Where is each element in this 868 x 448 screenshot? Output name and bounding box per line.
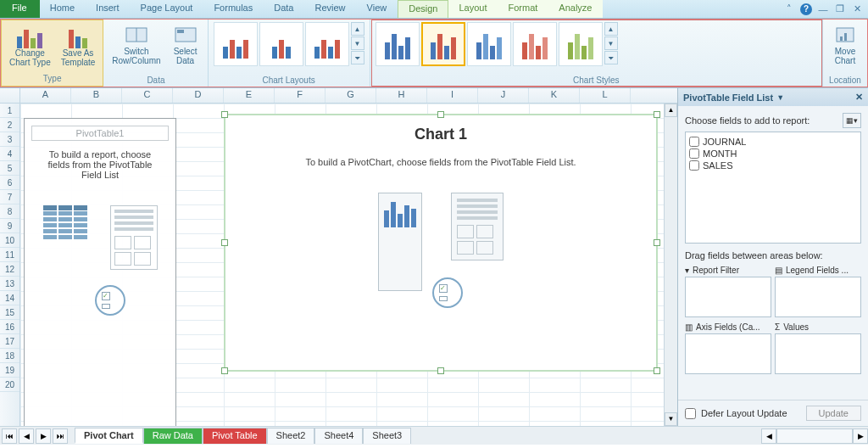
row-header[interactable]: 18 bbox=[0, 349, 19, 363]
hscroll-right[interactable]: ▶ bbox=[853, 428, 868, 444]
style-option-3[interactable] bbox=[467, 22, 511, 66]
hscroll-left[interactable]: ◀ bbox=[761, 428, 776, 444]
col-header[interactable]: E bbox=[224, 88, 275, 103]
resize-handle[interactable] bbox=[221, 111, 228, 118]
resize-handle[interactable] bbox=[437, 367, 444, 374]
sheet-tab[interactable]: Raw Data bbox=[143, 428, 203, 444]
layouts-down-button[interactable]: ▼ bbox=[351, 36, 364, 50]
area-axis-fields[interactable]: ▥Axis Fields (Ca... bbox=[685, 321, 771, 374]
tab-home[interactable]: Home bbox=[40, 0, 86, 18]
tab-layout[interactable]: Layout bbox=[448, 0, 498, 18]
col-header[interactable]: H bbox=[376, 88, 427, 103]
window-close-icon[interactable]: ✕ bbox=[851, 3, 863, 15]
style-option-5[interactable] bbox=[559, 22, 603, 66]
help-icon[interactable]: ? bbox=[800, 3, 812, 15]
layout-option-3[interactable] bbox=[305, 22, 349, 66]
row-header[interactable]: 4 bbox=[0, 147, 19, 161]
tab-page-layout[interactable]: Page Layout bbox=[131, 0, 204, 18]
horizontal-scrollbar[interactable]: ◀ ▶ bbox=[761, 428, 868, 444]
sheet-tab[interactable]: Sheet3 bbox=[363, 428, 411, 444]
tab-analyze[interactable]: Analyze bbox=[548, 0, 603, 18]
styles-more-button[interactable]: ⏷ bbox=[604, 51, 618, 64]
styles-up-button[interactable]: ▲ bbox=[604, 22, 618, 36]
switch-row-column-button[interactable]: Switch Row/Column bbox=[108, 20, 164, 68]
row-header[interactable]: 15 bbox=[0, 305, 19, 320]
area-report-filter[interactable]: ▾Report Filter bbox=[685, 264, 771, 317]
row-header[interactable]: 10 bbox=[0, 233, 19, 248]
pivotchart-object[interactable]: Chart 1 To build a PivotChart, choose fi… bbox=[224, 114, 658, 372]
row-header[interactable]: 6 bbox=[0, 176, 19, 190]
resize-handle[interactable] bbox=[437, 111, 444, 118]
resize-handle[interactable] bbox=[221, 239, 228, 246]
vertical-scrollbar[interactable]: ▲ ▼ bbox=[664, 104, 677, 426]
style-option-2[interactable] bbox=[421, 22, 465, 66]
field-list[interactable]: JOURNAL MONTH SALES bbox=[685, 132, 861, 244]
minimize-ribbon-icon[interactable]: ˄ bbox=[783, 3, 795, 15]
row-header[interactable]: 20 bbox=[0, 378, 19, 392]
row-header[interactable]: 17 bbox=[0, 334, 19, 349]
save-as-template-button[interactable]: Save As Template bbox=[57, 22, 100, 70]
field-checkbox[interactable] bbox=[689, 137, 699, 147]
area-values[interactable]: ΣValues bbox=[775, 321, 861, 374]
row-header[interactable]: 13 bbox=[0, 277, 19, 291]
col-header[interactable]: B bbox=[71, 88, 122, 103]
move-chart-button[interactable]: Move Chart bbox=[826, 20, 864, 68]
panel-dropdown-icon[interactable]: ▼ bbox=[776, 93, 784, 102]
tab-data[interactable]: Data bbox=[264, 0, 304, 18]
area-legend-fields[interactable]: ▤Legend Fields ... bbox=[775, 264, 861, 317]
layout-option-1[interactable] bbox=[214, 22, 258, 66]
tab-format[interactable]: Format bbox=[498, 0, 548, 18]
layouts-up-button[interactable]: ▲ bbox=[351, 22, 364, 36]
row-header[interactable]: 8 bbox=[0, 204, 19, 219]
resize-handle[interactable] bbox=[221, 367, 228, 374]
select-data-button[interactable]: Select Data bbox=[167, 20, 204, 68]
select-all-corner[interactable] bbox=[0, 88, 20, 103]
sheet-nav-last[interactable]: ⏭ bbox=[53, 428, 68, 444]
sheet-tab[interactable]: Sheet4 bbox=[314, 428, 363, 444]
row-header[interactable]: 9 bbox=[0, 219, 19, 233]
styles-down-button[interactable]: ▼ bbox=[604, 36, 618, 50]
row-header[interactable]: 19 bbox=[0, 363, 19, 378]
row-header[interactable]: 2 bbox=[0, 118, 19, 132]
tab-review[interactable]: Review bbox=[304, 0, 356, 18]
row-header[interactable]: 11 bbox=[0, 248, 19, 262]
col-header[interactable]: I bbox=[427, 88, 478, 103]
row-header[interactable]: 3 bbox=[0, 132, 19, 147]
cell-grid[interactable]: PivotTable1 To build a report, choose fi… bbox=[20, 104, 664, 426]
scroll-down-button[interactable]: ▼ bbox=[665, 412, 677, 426]
tab-view[interactable]: View bbox=[357, 0, 398, 18]
sheet-nav-next[interactable]: ▶ bbox=[36, 428, 51, 444]
layouts-more-button[interactable]: ⏷ bbox=[351, 51, 364, 64]
field-checkbox[interactable] bbox=[689, 148, 699, 159]
tab-design[interactable]: Design bbox=[398, 0, 448, 18]
field-item[interactable]: SALES bbox=[689, 160, 857, 171]
panel-close-icon[interactable]: ✕ bbox=[855, 92, 863, 103]
field-item[interactable]: JOURNAL bbox=[689, 136, 857, 148]
row-header[interactable]: 14 bbox=[0, 291, 19, 305]
window-restore-icon[interactable]: ❐ bbox=[834, 3, 846, 15]
tab-insert[interactable]: Insert bbox=[86, 0, 131, 18]
tab-formulas[interactable]: Formulas bbox=[203, 0, 264, 18]
row-header[interactable]: 5 bbox=[0, 161, 19, 176]
col-header[interactable]: D bbox=[173, 88, 224, 103]
window-minimize-icon[interactable]: — bbox=[817, 3, 829, 15]
col-header[interactable]: J bbox=[478, 88, 529, 103]
row-header[interactable]: 16 bbox=[0, 320, 19, 334]
scroll-up-button[interactable]: ▲ bbox=[665, 104, 677, 117]
resize-handle[interactable] bbox=[654, 367, 660, 374]
style-option-1[interactable] bbox=[376, 22, 420, 66]
layout-option-2[interactable] bbox=[259, 22, 303, 66]
sheet-nav-first[interactable]: ⏮ bbox=[2, 428, 17, 444]
field-checkbox[interactable] bbox=[689, 160, 699, 171]
resize-handle[interactable] bbox=[654, 111, 660, 118]
style-option-4[interactable] bbox=[513, 22, 557, 66]
col-header[interactable]: K bbox=[529, 88, 580, 103]
sheet-tab[interactable]: Pivot Chart bbox=[75, 428, 143, 444]
row-header[interactable]: 7 bbox=[0, 190, 19, 204]
panel-layout-button[interactable]: ▦▾ bbox=[843, 113, 861, 128]
sheet-tab[interactable]: Sheet2 bbox=[267, 428, 315, 444]
sheet-nav-prev[interactable]: ◀ bbox=[19, 428, 34, 444]
col-header[interactable]: L bbox=[580, 88, 631, 103]
col-header[interactable]: A bbox=[20, 88, 71, 103]
file-tab[interactable]: File bbox=[0, 0, 40, 18]
